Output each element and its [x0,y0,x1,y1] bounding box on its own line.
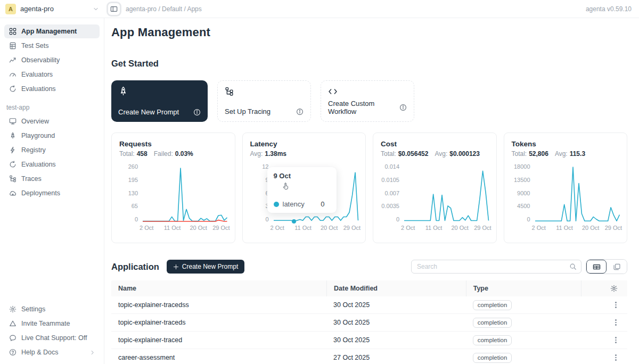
sidebar-item-help-docs[interactable]: Help & Docs [4,345,100,359]
table-row[interactable]: topic-explainer-traced 30 Oct 2025 compl… [111,332,627,349]
chart-stats: Avg:1.38ms [250,150,358,158]
x-axis-labels: 2 Oct11 Oct20 Oct29 Oct [274,225,358,233]
date-modified: 30 Oct 2025 [326,319,466,326]
latency-chart-card: Latency Avg:1.38ms 129630 9 Oct [242,133,366,243]
get-started-card-label: Create New Prompt [118,108,179,116]
sidebar-item-label: Test Sets [21,42,48,49]
table-header: Name Date Modified Type [111,280,627,296]
chart-plot[interactable] [143,164,227,222]
x-axis-labels: 2 Oct11 Oct20 Oct29 Oct [535,225,620,233]
chart-plot[interactable]: 9 Oct latency 0 [274,164,358,222]
row-menu-button[interactable] [615,302,617,308]
chart-title: Latency [250,140,358,148]
sidebar-item-label: Invite Teammate [21,320,70,327]
info-icon[interactable] [193,109,201,116]
workspace-selector[interactable]: A agenta-pro [0,4,104,14]
sidebar-item-playground[interactable]: Playground [4,129,100,143]
metric-cards: Requests Total:458 Failed:0.03% 26019513… [111,133,627,243]
series-dot [274,202,279,207]
sidebar-item-registry[interactable]: Registry [4,143,100,157]
search-box [411,260,581,274]
chat-icon [9,334,17,342]
sidebar-item-app-management[interactable]: App Management [4,24,100,38]
sidebar-section-label: test-app [6,104,97,111]
type-badge: completion [473,300,512,310]
tooltip-series-name: latency [283,200,305,208]
sidebar-item-deployments[interactable]: Deployments [4,186,100,200]
table-row[interactable]: topic-explainer-traceds 30 Oct 2025 comp… [111,314,627,332]
chart-tooltip: 9 Oct latency 0 [267,167,337,213]
panel-left-icon [110,5,118,13]
y-axis-labels: 260195130650 [119,164,143,222]
applications-table: Name Date Modified Type topic-explainer-… [111,280,627,364]
row-menu-button[interactable] [615,319,617,326]
sidebar-item-label: Evaluators [21,71,53,78]
sidebar-item-evaluators[interactable]: Evaluators [4,68,100,81]
page-title: App Management [111,26,627,39]
sidebar-item-overview[interactable]: Overview [4,114,100,128]
type-badge: completion [473,335,512,345]
search-input[interactable] [417,263,569,270]
sidebar-item-evaluations[interactable]: Evaluations [4,82,100,96]
chart-plot[interactable] [535,164,620,222]
chart-stats: Total:$0.056452 Avg:$0.000123 [381,150,489,158]
sidebar-item-settings[interactable]: Settings [4,302,100,316]
app-name: topic-explainer-traceds [111,319,326,326]
sidebar-item-test-sets[interactable]: Test Sets [4,39,100,53]
create-new-prompt-card[interactable]: Create New Prompt [111,80,208,122]
create-custom-workflow-card[interactable]: Create Custom Workflow [321,80,414,122]
chevron-down-icon [93,6,99,12]
gear-icon [610,285,618,292]
rocket-icon [118,86,201,96]
cloud-icon [9,189,17,197]
date-modified: 30 Oct 2025 [326,336,466,344]
row-menu-button[interactable] [615,337,617,343]
sidebar-item-label: Overview [21,118,49,125]
tooltip-date: 9 Oct [274,172,330,180]
table-row[interactable]: topic-explainer-tracedss 30 Oct 2025 com… [111,296,627,314]
chart-title: Cost [381,140,489,148]
chart-title: Requests [119,140,227,148]
workspace-name: agenta-pro [20,5,54,13]
app-name: topic-explainer-tracedss [111,301,326,309]
row-menu-button[interactable] [615,354,617,361]
requests-chart-card: Requests Total:458 Failed:0.03% 26019513… [111,133,235,243]
hovered-point-marker [292,219,296,224]
info-icon[interactable] [296,108,304,115]
column-settings[interactable] [581,280,627,296]
gear-icon [9,305,17,313]
rocket-icon [9,132,17,139]
chart-plot[interactable] [404,164,489,222]
main-content: App Management Get Started Create New Pr… [104,18,639,364]
set-up-tracing-card[interactable]: Set Up Tracing [217,80,311,122]
sidebar-item-invite-teammate[interactable]: Invite Teammate [4,317,100,330]
sidebar-item-evaluations-app[interactable]: Evaluations [4,158,100,171]
sidebar-item-observability[interactable]: Observability [4,53,100,67]
sidebar-item-label: Settings [21,305,45,313]
search-icon[interactable] [569,263,577,270]
card-view-icon [613,263,621,271]
sidebar-toggle-button[interactable] [106,2,121,16]
column-header-name: Name [111,280,326,296]
plus-icon [173,264,179,270]
refresh-icon [9,161,17,168]
sidebar-item-label: App Management [21,28,77,35]
application-header: Application Create New Prompt [111,259,627,274]
code-icon [328,87,407,96]
chevron-right-icon [89,350,95,355]
table-view-button[interactable] [586,260,607,274]
card-view-button[interactable] [607,260,627,274]
breadcrumb[interactable]: agenta-pro / Default / Apps [126,5,202,13]
sidebar-item-label: Observability [21,56,60,64]
sidebar-item-traces[interactable]: Traces [4,172,100,186]
sidebar-item-live-chat-support[interactable]: Live Chat Support: Off [4,331,100,345]
tokens-chart-card: Tokens Total:52,806 Avg:115.3 1800013500… [504,133,628,243]
get-started-card-label: Set Up Tracing [225,107,271,115]
sidebar-item-label: Registry [21,146,46,154]
info-icon[interactable] [399,104,407,111]
top-bar: A agenta-pro agenta-pro / Default / Apps… [0,0,639,18]
create-new-prompt-button[interactable]: Create New Prompt [167,260,244,274]
app-name: topic-explainer-traced [111,336,326,344]
table-row[interactable]: career-assessment 27 Oct 2025 completion [111,349,627,364]
sidebar-item-label: Deployments [21,189,60,197]
